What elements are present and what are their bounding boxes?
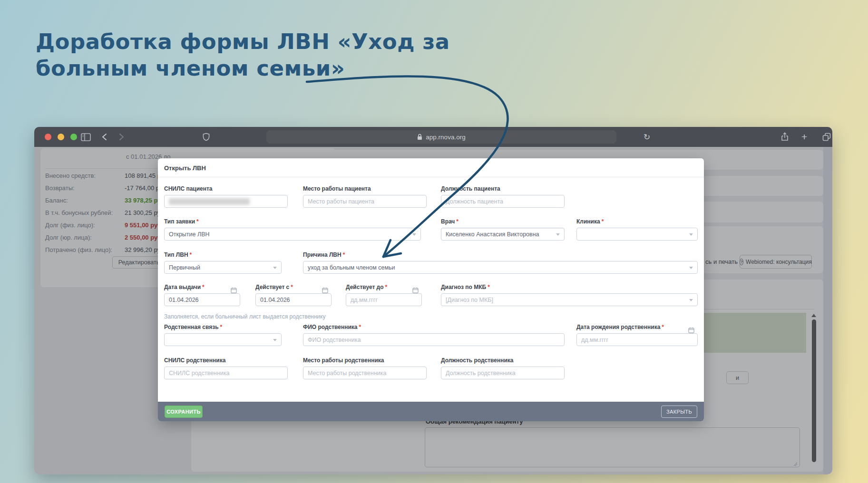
request-type-select[interactable]: Открытие ЛВН <box>164 228 421 241</box>
calendar-icon[interactable] <box>688 327 694 333</box>
valid-from-input[interactable] <box>255 293 332 306</box>
chevron-down-icon <box>689 267 693 269</box>
calendar-icon[interactable] <box>412 287 419 293</box>
field-relative-birth: Дата рождения родственника* <box>576 324 698 346</box>
field-request-type: Тип заявки* Открытие ЛВН <box>164 218 421 241</box>
field-relative-name: ФИО родственника* <box>303 324 565 346</box>
save-button[interactable]: СОХРАНИТЬ <box>165 406 203 418</box>
page-content: с 01.01.2026 до Внесено средств:108 891,… <box>34 147 832 474</box>
close-window-button[interactable] <box>45 134 51 140</box>
shield-icon[interactable] <box>203 133 210 141</box>
forward-icon[interactable] <box>119 133 124 141</box>
modal-title: Открыть ЛВН <box>164 164 206 172</box>
snils-patient-input[interactable] <box>164 195 288 208</box>
address-bar[interactable]: app.rnova.org <box>266 130 616 144</box>
field-work-patient: Место работы пациента <box>303 185 427 208</box>
annotation-heading-line1: Доработка формы ЛВН «Уход за <box>36 29 450 55</box>
new-tab-icon[interactable]: + <box>801 131 807 143</box>
field-valid-to: Действует до* <box>346 284 422 306</box>
relative-work-input[interactable] <box>303 367 427 379</box>
calendar-icon[interactable] <box>231 287 237 293</box>
lock-icon <box>417 134 422 140</box>
field-relation: Родственная связь* <box>164 324 282 346</box>
clinic-select[interactable] <box>576 228 698 241</box>
issue-date-input[interactable] <box>164 293 240 306</box>
lvn-reason-select[interactable]: уход за больным членом семьи <box>303 261 698 274</box>
field-clinic: Клиника* <box>576 218 698 241</box>
annotation-heading-line2: больным членом семьи» <box>36 55 450 82</box>
chevron-down-icon <box>273 267 277 269</box>
maximize-window-button[interactable] <box>70 134 77 140</box>
relative-note: Заполняется, если больничный лист выдает… <box>164 313 325 320</box>
relative-birth-input[interactable] <box>576 333 698 346</box>
calendar-icon[interactable] <box>322 287 328 293</box>
relative-snils-input[interactable] <box>164 367 288 379</box>
field-mkb: Диагноз по МКБ* [Диагноз по МКБ] <box>441 284 698 306</box>
field-valid-from: Действует с* <box>255 284 332 306</box>
sidebar-toggle-icon[interactable] <box>81 133 91 141</box>
url-text: app.rnova.org <box>426 134 465 141</box>
field-doctor: Врач* Киселенко Анастасия Викторовна <box>441 218 565 241</box>
chevron-down-icon <box>689 233 693 236</box>
field-relative-work: Место работы родственника <box>303 357 427 379</box>
field-relative-snils: СНИЛС родственника <box>164 357 288 379</box>
relation-select[interactable] <box>164 333 282 346</box>
field-issue-date: Дата выдачи* <box>164 284 240 306</box>
modal-footer: СОХРАНИТЬ ЗАКРЫТЬ <box>158 402 704 421</box>
browser-titlebar: app.rnova.org ↻ + <box>34 127 832 147</box>
relative-name-input[interactable] <box>303 333 565 346</box>
doctor-select[interactable]: Киселенко Анастасия Викторовна <box>441 228 565 241</box>
position-patient-input[interactable] <box>441 195 565 208</box>
chevron-down-icon <box>689 299 693 301</box>
close-button[interactable]: ЗАКРЫТЬ <box>661 406 697 418</box>
chevron-down-icon <box>412 233 416 236</box>
chevron-down-icon <box>273 339 277 341</box>
browser-window: app.rnova.org ↻ + с 01.01.2026 до Внесен… <box>34 127 832 474</box>
tab-overview-icon[interactable] <box>822 133 831 141</box>
field-snils-patient: СНИЛС пациента <box>164 185 288 208</box>
reload-icon[interactable]: ↻ <box>644 132 650 142</box>
field-position-patient: Должность пациента <box>441 185 565 208</box>
field-lvn-type: Тип ЛВН* Первичный <box>164 251 282 274</box>
field-lvn-reason: Причина ЛВН* уход за больным членом семь… <box>303 251 698 274</box>
open-lvn-modal: Открыть ЛВН СНИЛС пациента Место работы … <box>158 158 704 421</box>
relative-position-input[interactable] <box>441 367 565 379</box>
annotation-heading: Доработка формы ЛВН «Уход за больным чле… <box>36 29 450 82</box>
field-relative-position: Должность родственника <box>441 357 565 379</box>
mkb-select[interactable]: [Диагноз по МКБ] <box>441 293 698 306</box>
share-icon[interactable] <box>781 132 789 142</box>
work-patient-input[interactable] <box>303 195 427 208</box>
back-icon[interactable] <box>102 133 107 141</box>
valid-to-input[interactable] <box>346 293 422 306</box>
lvn-type-select[interactable]: Первичный <box>164 261 282 274</box>
redacted-value <box>169 198 250 205</box>
chevron-down-icon <box>556 233 560 236</box>
minimize-window-button[interactable] <box>58 134 64 140</box>
divider <box>158 177 704 177</box>
